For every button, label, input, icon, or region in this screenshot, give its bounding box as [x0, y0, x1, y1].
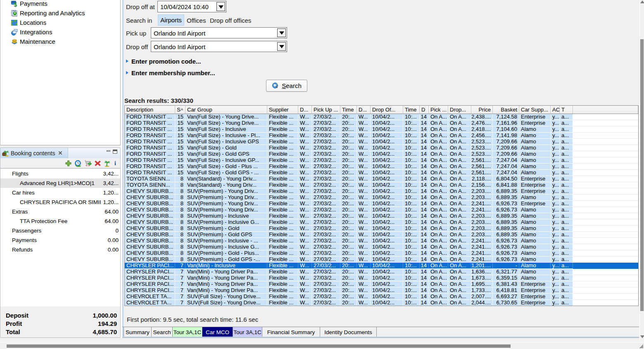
- svg-text:$: $: [14, 2, 17, 7]
- svg-text:i: i: [114, 160, 116, 166]
